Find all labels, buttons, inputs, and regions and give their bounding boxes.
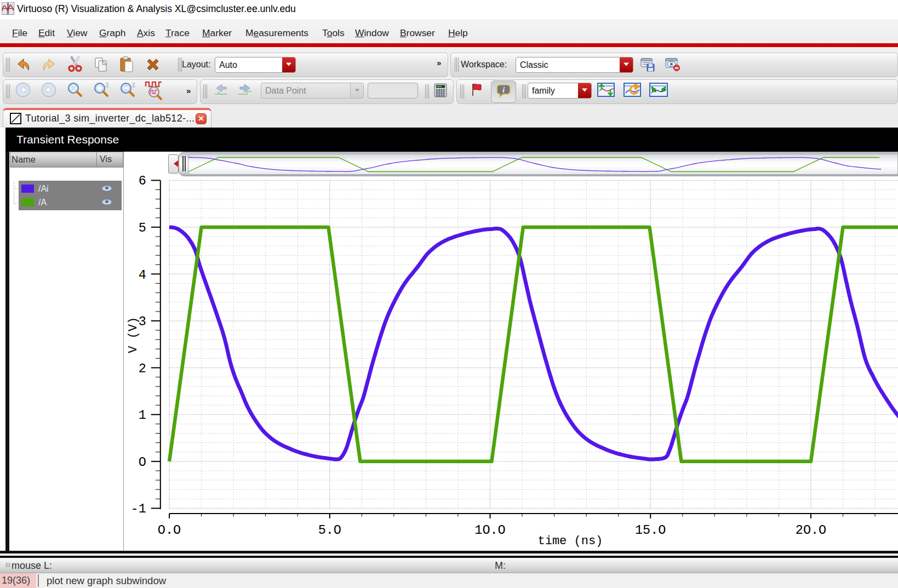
svg-text:5.O: 5.O [318,523,341,538]
svg-text:V (V): V (V) [127,317,140,353]
svg-text:2: 2 [106,82,109,88]
svg-text:1: 1 [139,408,146,423]
svg-text:O.O: O.O [158,523,181,538]
svg-text:6: 6 [139,174,146,188]
svg-text:O: O [139,455,146,470]
svg-text:15.O: 15.O [635,523,666,538]
svg-text:4: 4 [139,268,146,283]
svg-text:1O.O: 1O.O [474,523,505,538]
svg-text:-1: -1 [131,501,146,516]
svg-text:5: 5 [139,221,146,235]
svg-text:time (ns): time (ns) [537,534,603,548]
svg-text:2: 2 [139,361,146,376]
svg-text:2O.O: 2O.O [796,523,826,538]
svg-text:2: 2 [132,82,135,88]
